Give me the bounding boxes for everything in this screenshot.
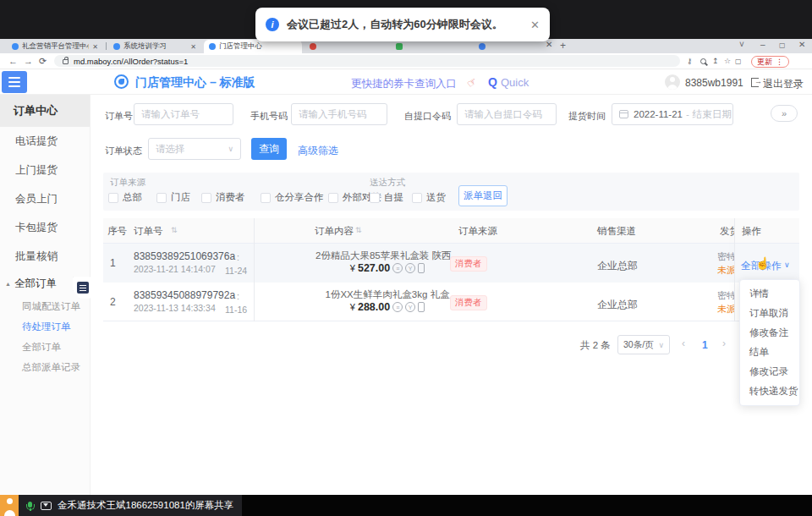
tab-close-icon[interactable]: ✕ xyxy=(190,43,196,51)
prev-page-button[interactable]: ‹ xyxy=(682,338,685,349)
side-panel-icon[interactable]: ▢ xyxy=(735,58,742,65)
note-icon[interactable]: ≡ xyxy=(392,302,403,312)
screen-share-text: 金禾通技术王斌18662591081的屏幕共享 xyxy=(58,499,233,512)
coupon-query-link[interactable]: 更快捷的券卡查询入口 xyxy=(351,77,457,91)
browser-tab-3-active[interactable]: 门店管理中心 xyxy=(204,40,302,53)
share-icon[interactable]: ↥ xyxy=(712,57,719,65)
person-icon xyxy=(0,495,19,516)
back-button[interactable]: ← xyxy=(8,56,18,66)
order-price: 288.00 xyxy=(358,301,390,313)
quick-label[interactable]: Quick xyxy=(501,76,529,89)
sidebar-item-batch-verify[interactable]: 批量核销 xyxy=(0,242,90,271)
menu-item-edit-remark[interactable]: 修改备注 xyxy=(740,323,799,343)
checkbox-box[interactable] xyxy=(201,193,211,203)
menu-item-close-order[interactable]: 结单 xyxy=(740,343,799,362)
site-favicon xyxy=(209,43,216,50)
browser-update-button[interactable]: 更新 ⋮ xyxy=(751,56,789,68)
toast-close-icon[interactable]: ✕ xyxy=(530,19,540,31)
order-number: 83859345088979792a xyxy=(134,289,235,301)
sidebar-item-card-pickup[interactable]: 卡包提货 xyxy=(0,213,90,242)
checkbox-hq[interactable]: 总部 xyxy=(108,191,142,204)
checkbox-box[interactable] xyxy=(108,193,118,203)
menu-item-details[interactable]: 详情 xyxy=(740,284,799,304)
browser-tab-4[interactable] xyxy=(304,40,385,53)
checkbox-warehouse-share[interactable]: 仓分享合作 xyxy=(261,191,324,204)
platform-icon[interactable]: Y xyxy=(405,302,415,312)
checkbox-box[interactable] xyxy=(261,193,271,203)
page-size-select[interactable]: 30条/页 ∨ xyxy=(617,335,670,354)
mobile-icon[interactable] xyxy=(418,302,425,312)
window-minimize-button[interactable]: – xyxy=(760,40,765,49)
tab-close-icon[interactable]: ✕ xyxy=(546,40,552,49)
tab-close-icon[interactable]: ✕ xyxy=(92,43,98,51)
phone-input[interactable]: 请输入手机号码 xyxy=(291,103,387,125)
checkbox-label: 送货 xyxy=(426,191,446,204)
menu-item-switch-express[interactable]: 转快递发货 xyxy=(740,382,799,401)
next-page-button[interactable]: › xyxy=(722,338,726,349)
url-text: md.maboy.cn/AllOrder?status=1 xyxy=(74,57,188,66)
url-input[interactable]: md.maboy.cn/AllOrder?status=1 xyxy=(54,55,680,67)
zoom-icon[interactable] xyxy=(700,58,706,64)
sort-icon[interactable]: ⇅ xyxy=(171,226,178,234)
key-icon[interactable]: ⚷ xyxy=(687,57,693,65)
mobile-icon[interactable] xyxy=(418,263,425,273)
site-favicon xyxy=(12,43,19,50)
bookmark-star-icon[interactable]: ☆ xyxy=(724,57,731,65)
source-badge: 消费者 xyxy=(450,295,487,310)
browser-tab-5[interactable] xyxy=(391,40,471,53)
sidebar-item-member-visit[interactable]: 会员上门 xyxy=(0,184,90,213)
window-maximize-button[interactable]: ▢ xyxy=(779,41,786,49)
pickup-code-label: 自提口令码 xyxy=(404,110,451,123)
quick-search-icon[interactable]: Q xyxy=(488,75,497,89)
browser-menu-chevron-icon[interactable]: ˅ xyxy=(739,40,744,49)
forward-button[interactable]: → xyxy=(24,56,33,66)
clipped-column-fragment: : xyxy=(237,252,239,262)
logout-button[interactable]: 退出登录 xyxy=(763,77,804,91)
sidebar-subitem-pending-orders[interactable]: 待处理订单 xyxy=(0,316,90,337)
browser-tab-1[interactable]: 礼盒营销平台管理中心 ✕ xyxy=(7,40,103,53)
window-close-button[interactable]: ✕ xyxy=(798,40,805,49)
pickup-code-input[interactable]: 请输入自提口令码 xyxy=(457,103,557,125)
order-price: 527.00 xyxy=(358,262,390,274)
note-icon[interactable]: ≡ xyxy=(392,263,403,273)
sort-icon[interactable]: ⇅ xyxy=(355,226,362,234)
reload-button[interactable]: ⟳ xyxy=(39,56,47,67)
fixed-right-column-divider xyxy=(734,218,735,321)
collapse-filters-button[interactable]: » xyxy=(771,105,798,122)
phone-label: 手机号码 xyxy=(250,110,288,123)
new-tab-button[interactable]: + xyxy=(560,40,566,52)
advanced-filter-link[interactable]: 高级筛选 xyxy=(298,144,338,158)
menu-item-edit-history[interactable]: 修改记录 xyxy=(740,362,799,382)
checkbox-self-pickup[interactable]: 自提 xyxy=(370,191,403,204)
dispatch-return-button[interactable]: 派单退回 xyxy=(458,185,508,206)
date-separator: - xyxy=(686,109,689,119)
menu-item-cancel-order[interactable]: 订单取消 xyxy=(740,304,799,323)
sidebar-item-phone-pickup[interactable]: 电话提货 xyxy=(0,127,90,156)
order-status-select[interactable]: 请选择 ∨ xyxy=(148,138,241,160)
checkbox-box[interactable] xyxy=(156,193,167,203)
checkbox-delivery[interactable]: 送货 xyxy=(412,191,446,204)
checkbox-box[interactable] xyxy=(412,193,422,203)
checkbox-box[interactable] xyxy=(370,193,380,203)
search-button[interactable]: 查询 xyxy=(251,138,287,160)
col-index: 序号 xyxy=(107,225,127,238)
more-menu-icon[interactable]: ⋮ xyxy=(776,58,783,66)
ship-status-line2: 未派 xyxy=(717,303,734,316)
user-avatar xyxy=(665,74,680,90)
col-action: 操作 xyxy=(742,225,761,238)
checkbox-consumer[interactable]: 消费者 xyxy=(201,191,245,204)
pickup-time-range-input[interactable]: 2022-11-21 - 结束日期 xyxy=(612,103,733,125)
browser-tab-6[interactable] xyxy=(474,40,550,53)
current-page[interactable]: 1 xyxy=(702,339,708,351)
order-time: 2023-11-21 14:14:07 xyxy=(134,264,216,274)
checkbox-store[interactable]: 门店 xyxy=(156,191,190,204)
checkbox-box[interactable] xyxy=(328,193,338,203)
hamburger-menu-button[interactable] xyxy=(2,71,27,93)
sidebar-subitem-hq-dispatch-log[interactable]: 总部派单记录 xyxy=(0,357,90,377)
browser-tab-2[interactable]: 系统培训学习 ✕ xyxy=(108,40,201,53)
sidebar-item-door-pickup[interactable]: 上门提货 xyxy=(0,156,90,184)
sidebar-subitem-all-orders[interactable]: 全部订单 xyxy=(0,337,90,357)
order-no-input[interactable]: 请输入订单号 xyxy=(134,103,233,125)
platform-icon[interactable]: Y xyxy=(405,263,415,273)
sidebar-subitem-city-delivery[interactable]: 同城配送订单 xyxy=(0,296,90,316)
